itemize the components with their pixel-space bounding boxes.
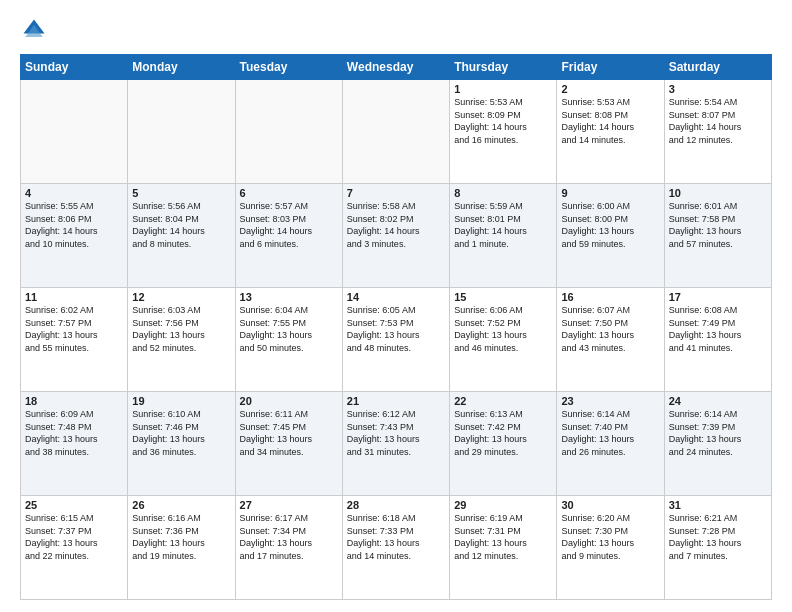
day-cell: 21Sunrise: 6:12 AM Sunset: 7:43 PM Dayli… — [342, 392, 449, 496]
day-info: Sunrise: 5:54 AM Sunset: 8:07 PM Dayligh… — [669, 96, 767, 146]
day-info: Sunrise: 5:55 AM Sunset: 8:06 PM Dayligh… — [25, 200, 123, 250]
weekday-tuesday: Tuesday — [235, 55, 342, 80]
day-number: 19 — [132, 395, 230, 407]
day-number: 4 — [25, 187, 123, 199]
weekday-saturday: Saturday — [664, 55, 771, 80]
day-cell: 6Sunrise: 5:57 AM Sunset: 8:03 PM Daylig… — [235, 184, 342, 288]
day-cell — [128, 80, 235, 184]
weekday-thursday: Thursday — [450, 55, 557, 80]
day-cell — [21, 80, 128, 184]
day-number: 26 — [132, 499, 230, 511]
day-info: Sunrise: 6:08 AM Sunset: 7:49 PM Dayligh… — [669, 304, 767, 354]
calendar-table: SundayMondayTuesdayWednesdayThursdayFrid… — [20, 54, 772, 600]
week-row-4: 18Sunrise: 6:09 AM Sunset: 7:48 PM Dayli… — [21, 392, 772, 496]
day-number: 25 — [25, 499, 123, 511]
day-number: 2 — [561, 83, 659, 95]
day-number: 11 — [25, 291, 123, 303]
day-cell: 27Sunrise: 6:17 AM Sunset: 7:34 PM Dayli… — [235, 496, 342, 600]
day-number: 24 — [669, 395, 767, 407]
day-cell: 12Sunrise: 6:03 AM Sunset: 7:56 PM Dayli… — [128, 288, 235, 392]
day-cell: 14Sunrise: 6:05 AM Sunset: 7:53 PM Dayli… — [342, 288, 449, 392]
day-info: Sunrise: 5:59 AM Sunset: 8:01 PM Dayligh… — [454, 200, 552, 250]
week-row-5: 25Sunrise: 6:15 AM Sunset: 7:37 PM Dayli… — [21, 496, 772, 600]
header — [20, 16, 772, 44]
day-cell: 25Sunrise: 6:15 AM Sunset: 7:37 PM Dayli… — [21, 496, 128, 600]
day-number: 9 — [561, 187, 659, 199]
day-number: 17 — [669, 291, 767, 303]
day-number: 31 — [669, 499, 767, 511]
day-cell: 16Sunrise: 6:07 AM Sunset: 7:50 PM Dayli… — [557, 288, 664, 392]
day-number: 28 — [347, 499, 445, 511]
day-number: 14 — [347, 291, 445, 303]
weekday-monday: Monday — [128, 55, 235, 80]
day-number: 21 — [347, 395, 445, 407]
weekday-sunday: Sunday — [21, 55, 128, 80]
day-number: 5 — [132, 187, 230, 199]
day-cell: 15Sunrise: 6:06 AM Sunset: 7:52 PM Dayli… — [450, 288, 557, 392]
logo — [20, 16, 52, 44]
day-number: 27 — [240, 499, 338, 511]
day-cell: 17Sunrise: 6:08 AM Sunset: 7:49 PM Dayli… — [664, 288, 771, 392]
day-cell: 3Sunrise: 5:54 AM Sunset: 8:07 PM Daylig… — [664, 80, 771, 184]
day-info: Sunrise: 6:02 AM Sunset: 7:57 PM Dayligh… — [25, 304, 123, 354]
day-number: 6 — [240, 187, 338, 199]
day-cell: 22Sunrise: 6:13 AM Sunset: 7:42 PM Dayli… — [450, 392, 557, 496]
week-row-3: 11Sunrise: 6:02 AM Sunset: 7:57 PM Dayli… — [21, 288, 772, 392]
day-number: 22 — [454, 395, 552, 407]
day-cell: 20Sunrise: 6:11 AM Sunset: 7:45 PM Dayli… — [235, 392, 342, 496]
day-number: 7 — [347, 187, 445, 199]
day-info: Sunrise: 6:00 AM Sunset: 8:00 PM Dayligh… — [561, 200, 659, 250]
day-info: Sunrise: 6:05 AM Sunset: 7:53 PM Dayligh… — [347, 304, 445, 354]
day-info: Sunrise: 6:17 AM Sunset: 7:34 PM Dayligh… — [240, 512, 338, 562]
day-cell: 26Sunrise: 6:16 AM Sunset: 7:36 PM Dayli… — [128, 496, 235, 600]
day-cell: 4Sunrise: 5:55 AM Sunset: 8:06 PM Daylig… — [21, 184, 128, 288]
day-cell: 5Sunrise: 5:56 AM Sunset: 8:04 PM Daylig… — [128, 184, 235, 288]
day-info: Sunrise: 6:15 AM Sunset: 7:37 PM Dayligh… — [25, 512, 123, 562]
day-cell — [235, 80, 342, 184]
day-cell: 7Sunrise: 5:58 AM Sunset: 8:02 PM Daylig… — [342, 184, 449, 288]
day-cell: 11Sunrise: 6:02 AM Sunset: 7:57 PM Dayli… — [21, 288, 128, 392]
day-info: Sunrise: 6:09 AM Sunset: 7:48 PM Dayligh… — [25, 408, 123, 458]
day-number: 23 — [561, 395, 659, 407]
day-info: Sunrise: 6:16 AM Sunset: 7:36 PM Dayligh… — [132, 512, 230, 562]
day-info: Sunrise: 6:18 AM Sunset: 7:33 PM Dayligh… — [347, 512, 445, 562]
day-number: 20 — [240, 395, 338, 407]
day-info: Sunrise: 6:04 AM Sunset: 7:55 PM Dayligh… — [240, 304, 338, 354]
day-number: 12 — [132, 291, 230, 303]
day-cell: 18Sunrise: 6:09 AM Sunset: 7:48 PM Dayli… — [21, 392, 128, 496]
day-cell: 2Sunrise: 5:53 AM Sunset: 8:08 PM Daylig… — [557, 80, 664, 184]
day-number: 30 — [561, 499, 659, 511]
day-cell: 28Sunrise: 6:18 AM Sunset: 7:33 PM Dayli… — [342, 496, 449, 600]
day-cell: 9Sunrise: 6:00 AM Sunset: 8:00 PM Daylig… — [557, 184, 664, 288]
day-cell: 10Sunrise: 6:01 AM Sunset: 7:58 PM Dayli… — [664, 184, 771, 288]
day-cell: 31Sunrise: 6:21 AM Sunset: 7:28 PM Dayli… — [664, 496, 771, 600]
day-cell: 1Sunrise: 5:53 AM Sunset: 8:09 PM Daylig… — [450, 80, 557, 184]
day-cell: 24Sunrise: 6:14 AM Sunset: 7:39 PM Dayli… — [664, 392, 771, 496]
day-cell: 30Sunrise: 6:20 AM Sunset: 7:30 PM Dayli… — [557, 496, 664, 600]
day-info: Sunrise: 6:11 AM Sunset: 7:45 PM Dayligh… — [240, 408, 338, 458]
day-cell: 29Sunrise: 6:19 AM Sunset: 7:31 PM Dayli… — [450, 496, 557, 600]
day-info: Sunrise: 5:57 AM Sunset: 8:03 PM Dayligh… — [240, 200, 338, 250]
day-info: Sunrise: 5:53 AM Sunset: 8:09 PM Dayligh… — [454, 96, 552, 146]
weekday-wednesday: Wednesday — [342, 55, 449, 80]
day-info: Sunrise: 6:06 AM Sunset: 7:52 PM Dayligh… — [454, 304, 552, 354]
day-info: Sunrise: 6:19 AM Sunset: 7:31 PM Dayligh… — [454, 512, 552, 562]
day-info: Sunrise: 5:53 AM Sunset: 8:08 PM Dayligh… — [561, 96, 659, 146]
day-info: Sunrise: 6:03 AM Sunset: 7:56 PM Dayligh… — [132, 304, 230, 354]
day-number: 13 — [240, 291, 338, 303]
day-info: Sunrise: 5:56 AM Sunset: 8:04 PM Dayligh… — [132, 200, 230, 250]
day-info: Sunrise: 6:13 AM Sunset: 7:42 PM Dayligh… — [454, 408, 552, 458]
week-row-1: 1Sunrise: 5:53 AM Sunset: 8:09 PM Daylig… — [21, 80, 772, 184]
day-number: 18 — [25, 395, 123, 407]
day-number: 15 — [454, 291, 552, 303]
day-number: 1 — [454, 83, 552, 95]
day-info: Sunrise: 6:07 AM Sunset: 7:50 PM Dayligh… — [561, 304, 659, 354]
day-number: 29 — [454, 499, 552, 511]
logo-icon — [20, 16, 48, 44]
day-cell: 8Sunrise: 5:59 AM Sunset: 8:01 PM Daylig… — [450, 184, 557, 288]
day-cell: 19Sunrise: 6:10 AM Sunset: 7:46 PM Dayli… — [128, 392, 235, 496]
day-number: 8 — [454, 187, 552, 199]
day-info: Sunrise: 6:01 AM Sunset: 7:58 PM Dayligh… — [669, 200, 767, 250]
day-cell: 23Sunrise: 6:14 AM Sunset: 7:40 PM Dayli… — [557, 392, 664, 496]
day-info: Sunrise: 6:14 AM Sunset: 7:40 PM Dayligh… — [561, 408, 659, 458]
